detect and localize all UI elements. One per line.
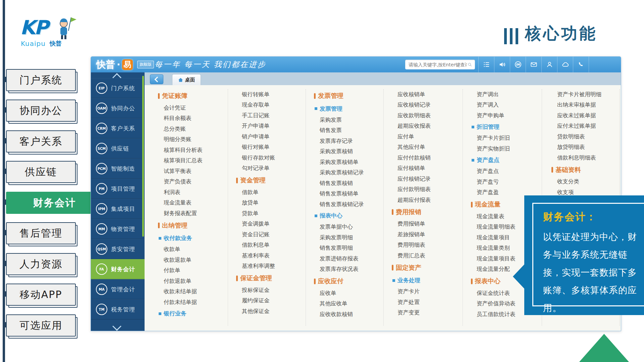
menu-item[interactable]: 费用报销单 <box>392 219 462 230</box>
topbar-icon-menu-list[interactable] <box>478 57 494 72</box>
back-button[interactable] <box>150 74 163 84</box>
menu-item[interactable]: 出纳未审核单据 <box>551 100 621 111</box>
menu-item[interactable]: 发票库存状况表 <box>314 264 384 275</box>
menu-item[interactable]: 财务报表配置 <box>158 208 228 219</box>
menu-subsection-header[interactable]: 银行业务 <box>158 308 228 320</box>
menu-item[interactable]: 资产变更 <box>392 308 462 318</box>
topbar-icon-cloud[interactable] <box>557 57 573 72</box>
menu-item[interactable]: 资产调入 <box>471 100 541 111</box>
left-nav-button[interactable]: 协同办公 <box>6 100 76 122</box>
menu-item[interactable]: 资产卡片折旧 <box>471 133 541 144</box>
menu-item[interactable]: 应收核销记录 <box>392 100 462 111</box>
menu-item[interactable]: 应收收款核销 <box>314 309 384 320</box>
menu-item[interactable]: 明细分类账 <box>158 134 228 145</box>
menu-subsection-header[interactable]: 资产盘点 <box>471 154 541 166</box>
left-nav-button[interactable]: 门户系统 <box>6 69 76 91</box>
menu-item[interactable]: 应付单 <box>392 131 462 142</box>
menu-item[interactable]: 银行转账单 <box>236 89 306 100</box>
menu-item[interactable]: 发票库存记录 <box>314 136 384 146</box>
module-item-pm[interactable]: PM项目管理 <box>91 179 145 199</box>
menu-item[interactable]: 资产实物折旧 <box>471 143 541 154</box>
menu-item[interactable]: 销售发票 <box>314 125 384 136</box>
search-input[interactable] <box>408 62 468 68</box>
menu-item[interactable]: 资金调拨单 <box>236 219 306 230</box>
menu-item[interactable]: 资产负债表 <box>158 177 228 187</box>
menu-item[interactable]: 总分类账 <box>158 124 228 134</box>
sidebar-scrollbar-thumb[interactable] <box>142 76 144 237</box>
module-item-pcm[interactable]: PCM智能制造 <box>91 159 145 179</box>
menu-item[interactable]: 收款单 <box>158 244 228 255</box>
menu-subsection-header[interactable]: 收付款业务 <box>158 232 228 244</box>
menu-item[interactable]: 销售发票核销记录 <box>314 199 384 210</box>
menu-subsection-header[interactable]: 报表中心 <box>314 210 384 222</box>
tab-desktop[interactable]: 桌面 <box>172 74 201 85</box>
module-item-crm[interactable]: CRM客户关系 <box>91 118 145 138</box>
topbar-icon-mail[interactable] <box>526 57 541 72</box>
menu-item[interactable]: 应付付款核销 <box>392 153 462 163</box>
menu-item[interactable]: 借款单 <box>236 187 306 198</box>
left-nav-button[interactable]: 可选应用 <box>6 314 76 337</box>
menu-item[interactable]: 费用汇总表 <box>392 250 462 261</box>
menu-item[interactable]: 应收核销单 <box>392 89 462 100</box>
menu-item[interactable]: 资产盘点 <box>471 166 541 177</box>
topbar-icon-phone[interactable] <box>573 57 589 72</box>
left-nav-button[interactable]: 财务会计 <box>6 192 103 214</box>
module-item-qsm[interactable]: QSM质安管理 <box>91 239 145 259</box>
menu-item[interactable]: 差旅报销单 <box>392 229 462 240</box>
menu-item[interactable]: 收款退款单 <box>158 255 228 265</box>
menu-item[interactable]: 放贷明细表 <box>551 142 621 153</box>
menu-item[interactable]: 其他应收单 <box>314 299 384 309</box>
menu-item[interactable]: 收款未结单据 <box>158 287 228 297</box>
topbar-icon-user[interactable] <box>541 57 557 72</box>
menu-item[interactable]: 其他保证金 <box>236 306 306 317</box>
menu-item[interactable]: 借款利息单 <box>236 240 306 251</box>
menu-item[interactable]: 应收未过账单据 <box>551 110 621 121</box>
menu-item[interactable]: 应收单 <box>314 288 384 299</box>
menu-item[interactable]: 贷款单 <box>236 208 306 219</box>
left-nav-button[interactable]: 供应链 <box>6 161 76 183</box>
menu-item[interactable]: 应收款明细表 <box>392 110 462 121</box>
menu-item[interactable]: 采购发票核销记录 <box>314 168 384 178</box>
menu-item[interactable]: 资金日记账 <box>236 229 306 240</box>
menu-item[interactable]: 试算平衡表 <box>158 166 228 177</box>
menu-item[interactable]: 费用明细表 <box>392 240 462 251</box>
module-item-fa[interactable]: FA财务会计 <box>91 259 145 279</box>
menu-item[interactable]: 应付核销单 <box>392 163 462 174</box>
menu-item[interactable]: 放贷单 <box>236 198 306 208</box>
module-item-ipm[interactable]: IPM集成项目 <box>91 199 145 219</box>
menu-item[interactable]: 投标保证金 <box>236 285 306 296</box>
menu-item[interactable]: 超期应付报表 <box>392 195 462 205</box>
topbar-icon-sound[interactable] <box>494 57 510 72</box>
menu-item[interactable]: 资产卡片被用明细 <box>551 89 621 100</box>
menu-item[interactable]: 应付未过账单据 <box>551 121 621 132</box>
menu-item[interactable]: 销售发票核销 <box>314 178 384 189</box>
menu-item[interactable]: 科目余额表 <box>158 113 228 124</box>
menu-item[interactable]: 资产盘亏 <box>471 177 541 187</box>
menu-item[interactable]: 利润表 <box>158 187 228 198</box>
module-item-ma[interactable]: MA管理会计 <box>91 279 145 299</box>
menu-item[interactable]: 付款单 <box>158 265 228 276</box>
menu-item[interactable]: 采购发票明细 <box>314 232 384 243</box>
menu-item[interactable]: 现金存取单 <box>236 100 306 111</box>
module-item-scm[interactable]: SCM供应链 <box>91 138 145 159</box>
menu-item[interactable]: 销户申请单 <box>236 131 306 142</box>
menu-item[interactable]: 超期应收报表 <box>392 121 462 132</box>
module-item-tm[interactable]: TM税务管理 <box>91 299 145 319</box>
sidebar-scroll-down[interactable] <box>114 323 120 329</box>
menu-item[interactable]: 核算项目汇总表 <box>158 156 228 166</box>
menu-item[interactable]: 基准利率表 <box>236 250 306 261</box>
menu-item[interactable]: 资产调出 <box>471 89 541 100</box>
module-item-mm[interactable]: MM物资管理 <box>91 219 145 239</box>
menu-item[interactable]: 开户申请单 <box>236 121 306 132</box>
topbar-icon-im[interactable]: IM <box>510 57 526 72</box>
left-nav-button[interactable]: 售后管理 <box>6 222 76 244</box>
module-item-eip[interactable]: EIP门户系统 <box>91 78 145 98</box>
menu-item[interactable]: 现金流量表 <box>158 198 228 208</box>
menu-item[interactable]: 借款利息明细表 <box>551 153 621 163</box>
search-icon[interactable] <box>468 62 472 68</box>
menu-item[interactable]: 资产申购单 <box>471 110 541 121</box>
menu-item[interactable]: 采购发票核销 <box>314 146 384 157</box>
menu-item[interactable]: 银行对账单 <box>236 142 306 153</box>
menu-item[interactable]: 履约保证金 <box>236 296 306 306</box>
menu-item[interactable]: 手工日记账 <box>236 110 306 121</box>
